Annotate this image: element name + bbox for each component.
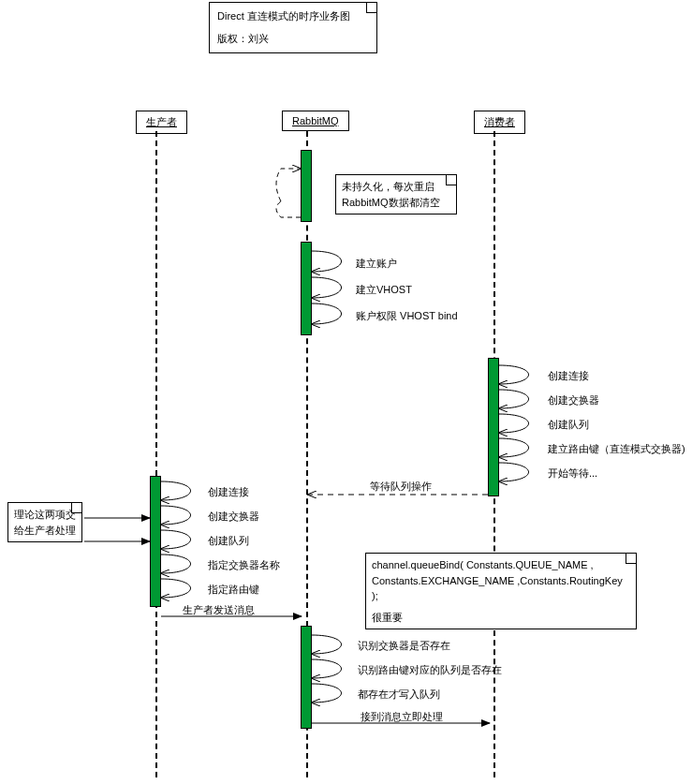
label-consumer-c1: 创建连接 (548, 369, 589, 383)
label-rabbit-r3: 都存在才写入队列 (358, 688, 440, 702)
label-consumer-c4: 建立路由键（直连模式交换器) (548, 442, 685, 456)
label-rabbit-r2: 识别路由键对应的队列是否存在 (358, 663, 502, 677)
label-producer-p5: 指定路由键 (208, 583, 259, 597)
label-rabbit-s2: 建立VHOST (356, 283, 412, 297)
label-recv: 接到消息立即处理 (361, 710, 443, 724)
label-wait-queue: 等待队列操作 (370, 480, 432, 494)
label-rabbit-s3: 账户权限 VHOST bind (356, 309, 458, 323)
label-consumer-c2: 创建交换器 (548, 393, 599, 407)
label-producer-p3: 创建队列 (208, 534, 249, 548)
note-persist: 未持久化，每次重启RabbitMQ数据都清空 (335, 174, 457, 214)
label-producer-p1: 创建连接 (208, 485, 249, 499)
label-rabbit-r1: 识别交换器是否存在 (358, 639, 450, 653)
note-delegate: 理论这两项交给生产者处理 (7, 502, 82, 542)
label-send: 生产者发送消息 (183, 603, 255, 617)
label-producer-p2: 创建交换器 (208, 510, 259, 524)
label-rabbit-s1: 建立账户 (356, 257, 397, 271)
arrows-layer (0, 0, 692, 784)
note-bind-code: channel.queueBind( Constants.QUEUE_NAME … (365, 553, 637, 629)
label-consumer-c3: 创建队列 (548, 418, 589, 432)
label-producer-p4: 指定交换器名称 (208, 558, 280, 572)
label-consumer-c5: 开始等待... (548, 466, 597, 481)
